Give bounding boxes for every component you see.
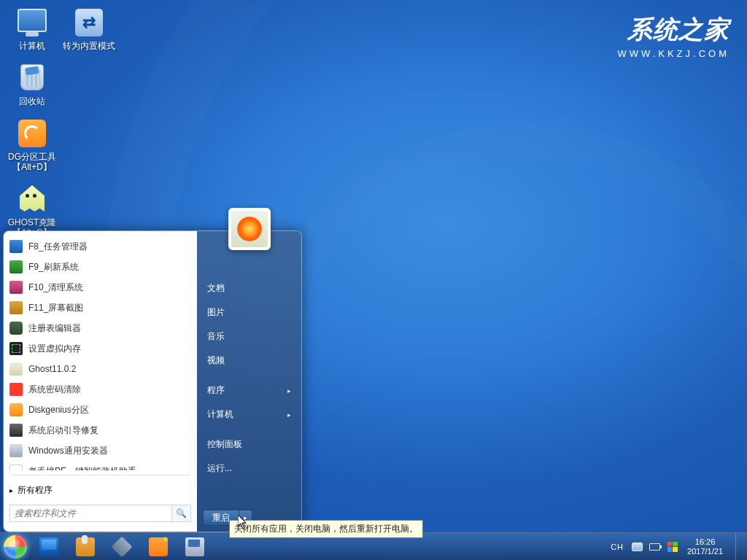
taskbar-item-brush[interactable] bbox=[69, 535, 102, 559]
desktop-icon-recycle[interactable]: 回收站 bbox=[6, 61, 58, 109]
right-link-文档[interactable]: 文档 bbox=[197, 276, 301, 300]
start-button[interactable] bbox=[0, 533, 31, 561]
program-icon bbox=[9, 403, 23, 416]
desktop-icons-col2: 转为内置模式 bbox=[63, 6, 115, 54]
desktop-icon-computer[interactable]: 计算机 bbox=[6, 6, 58, 54]
program-icon bbox=[9, 383, 23, 396]
link-label: 音乐 bbox=[207, 330, 225, 343]
taskbar-item-chip[interactable] bbox=[105, 535, 139, 559]
program-icon bbox=[9, 444, 23, 457]
start-menu-item-2[interactable]: F10_清理系统 bbox=[5, 277, 196, 298]
program-label: 系统启动引导修复 bbox=[28, 424, 98, 437]
start-menu-right-links: 文档图片音乐视频程序计算机控制面板运行... bbox=[197, 276, 301, 481]
program-icon bbox=[9, 342, 23, 355]
brand-sub: WWW.KKZJ.COM bbox=[618, 48, 729, 59]
all-programs[interactable]: 所有程序 bbox=[5, 480, 196, 500]
color-squares-icon[interactable] bbox=[667, 541, 678, 552]
right-link-视频[interactable]: 视频 bbox=[197, 349, 301, 373]
monitor-icon bbox=[39, 537, 58, 556]
brand-main: 系统之家 bbox=[618, 13, 729, 47]
taskbar-pinned bbox=[32, 535, 212, 559]
program-label: 设置虚拟内存 bbox=[28, 343, 81, 355]
program-icon bbox=[9, 464, 23, 470]
program-label: F10_清理系统 bbox=[28, 281, 83, 294]
right-link-运行...[interactable]: 运行... bbox=[197, 456, 301, 481]
program-label: 注册表编辑器 bbox=[28, 322, 81, 335]
program-icon bbox=[9, 240, 23, 253]
link-label: 控制面板 bbox=[207, 438, 242, 451]
start-orb-icon bbox=[4, 535, 27, 559]
system-tray: CH 16:26 2017/1/21 bbox=[611, 533, 747, 561]
disk-icon bbox=[185, 537, 204, 556]
link-label: 视频 bbox=[207, 354, 225, 367]
brush-icon bbox=[76, 537, 95, 556]
start-menu-item-6[interactable]: Ghost11.0.2 bbox=[5, 359, 196, 379]
program-icon bbox=[9, 322, 23, 335]
monitor-icon bbox=[18, 9, 47, 32]
taskbar-clock[interactable]: 16:26 2017/1/21 bbox=[684, 537, 726, 556]
recycle-bin-icon bbox=[20, 64, 44, 90]
taskbar-item-config[interactable] bbox=[142, 535, 175, 559]
brand-watermark: 系统之家 WWW.KKZJ.COM bbox=[618, 13, 729, 59]
taskbar-item-computer[interactable] bbox=[32, 535, 66, 559]
divider bbox=[11, 475, 190, 475]
program-label: 系统密码清除 bbox=[28, 384, 81, 396]
user-avatar-icon bbox=[231, 211, 268, 247]
program-label: F11_屏幕截图 bbox=[28, 302, 83, 314]
start-menu-item-10[interactable]: Windows通用安装器 bbox=[5, 440, 196, 461]
ghost-icon bbox=[20, 185, 44, 211]
search-icon: 🔍 bbox=[176, 508, 187, 518]
taskbar-item-disk[interactable] bbox=[178, 535, 212, 559]
link-label: 程序 bbox=[207, 384, 225, 397]
program-label: F8_任务管理器 bbox=[28, 241, 88, 253]
program-icon bbox=[9, 301, 23, 314]
program-label: 老毛桃PE一键智能装机助手 bbox=[28, 465, 136, 471]
clock-time: 16:26 bbox=[687, 537, 723, 547]
start-menu-item-1[interactable]: F9_刷新系统 bbox=[5, 257, 196, 277]
program-label: Windows通用安装器 bbox=[28, 445, 108, 457]
keyboard-icon[interactable] bbox=[632, 541, 643, 552]
clock-date: 2017/1/21 bbox=[687, 547, 723, 556]
start-search: 🔍 bbox=[9, 505, 191, 522]
start-menu-item-0[interactable]: F8_任务管理器 bbox=[5, 236, 196, 257]
program-icon bbox=[9, 362, 23, 376]
chip-icon bbox=[112, 536, 133, 557]
start-menu-item-9[interactable]: 系统启动引导修复 bbox=[5, 420, 196, 440]
tooltip-restart: 关闭所有应用，关闭电脑，然后重新打开电脑。 bbox=[229, 520, 423, 538]
switch-icon bbox=[75, 9, 103, 36]
show-desktop-button[interactable] bbox=[735, 533, 743, 561]
link-label: 计算机 bbox=[207, 408, 233, 421]
right-link-程序[interactable]: 程序 bbox=[197, 378, 301, 402]
link-label: 文档 bbox=[207, 282, 225, 295]
program-label: Diskgenius分区 bbox=[28, 404, 89, 416]
program-label: Ghost11.0.2 bbox=[28, 364, 76, 374]
right-link-图片[interactable]: 图片 bbox=[197, 300, 301, 324]
start-menu-left: F8_任务管理器F9_刷新系统F10_清理系统F11_屏幕截图注册表编辑器设置虚… bbox=[4, 231, 197, 532]
start-menu-item-4[interactable]: 注册表编辑器 bbox=[5, 318, 196, 338]
link-label: 运行... bbox=[207, 462, 232, 475]
start-menu-item-3[interactable]: F11_屏幕截图 bbox=[5, 298, 196, 318]
search-input[interactable] bbox=[10, 505, 171, 521]
config-icon bbox=[149, 537, 168, 556]
start-menu-item-7[interactable]: 系统密码清除 bbox=[5, 379, 196, 400]
desktop-icon-switch-mode[interactable]: 转为内置模式 bbox=[63, 6, 115, 54]
desktop-icons-col1: 计算机 回收站 DG分区工具 【Alt+D】 GHOST克隆 【Alt+G】 bbox=[6, 6, 58, 241]
ime-indicator[interactable]: CH bbox=[611, 542, 624, 551]
dg-icon bbox=[18, 120, 46, 147]
start-menu-item-5[interactable]: 设置虚拟内存 bbox=[5, 338, 196, 359]
program-label: F9_刷新系统 bbox=[28, 261, 79, 273]
user-avatar-frame[interactable] bbox=[228, 208, 271, 250]
start-menu-program-list: F8_任务管理器F9_刷新系统F10_清理系统F11_屏幕截图注册表编辑器设置虚… bbox=[5, 236, 196, 470]
right-link-计算机[interactable]: 计算机 bbox=[197, 402, 301, 427]
desktop: 系统之家 WWW.KKZJ.COM 计算机 回收站 DG分区工具 【Alt+D】… bbox=[0, 0, 747, 560]
start-menu-item-11[interactable]: 老毛桃PE一键智能装机助手 bbox=[5, 461, 196, 470]
search-button[interactable]: 🔍 bbox=[171, 505, 190, 521]
right-link-音乐[interactable]: 音乐 bbox=[197, 324, 301, 349]
desktop-icon-dg[interactable]: DG分区工具 【Alt+D】 bbox=[6, 117, 58, 175]
start-menu-item-8[interactable]: Diskgenius分区 bbox=[5, 400, 196, 420]
right-link-控制面板[interactable]: 控制面板 bbox=[197, 432, 301, 456]
start-menu: F8_任务管理器F9_刷新系统F10_清理系统F11_屏幕截图注册表编辑器设置虚… bbox=[3, 230, 302, 532]
link-label: 图片 bbox=[207, 306, 225, 319]
battery-icon[interactable] bbox=[649, 541, 660, 552]
program-icon bbox=[9, 260, 23, 273]
